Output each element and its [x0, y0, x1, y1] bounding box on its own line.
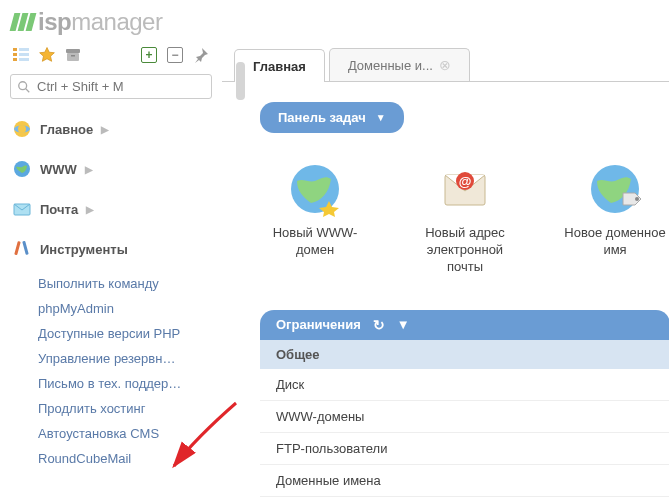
collapse-icon[interactable]: −	[166, 46, 184, 64]
svg-line-10	[26, 88, 30, 92]
tab-label: Доменные и...	[348, 58, 433, 73]
app-logo: ispmanager	[0, 0, 669, 42]
home-icon	[12, 119, 32, 139]
tiles-row: Новый WWW-домен @ Новый адрес электронно…	[260, 161, 669, 276]
svg-point-9	[19, 81, 27, 89]
chevron-down-icon: ▼	[376, 112, 386, 123]
tools-sublink-3[interactable]: Управление резервн…	[38, 346, 212, 371]
globe-tag-icon	[587, 161, 643, 217]
scrollbar-thumb[interactable]	[236, 62, 245, 100]
tile-new-domain-name[interactable]: Новое доменное имя	[560, 161, 669, 276]
limits-title: Ограничения	[276, 317, 361, 332]
tools-subnav: Выполнить командуphpMyAdminДоступные вер…	[10, 269, 212, 477]
svg-text:@: @	[459, 174, 472, 189]
tools-sublink-6[interactable]: Автоустановка CMS	[38, 421, 212, 446]
svg-rect-6	[66, 49, 80, 53]
sidebar-toolbar: + −	[10, 42, 212, 68]
archive-icon[interactable]	[64, 46, 82, 64]
nav-www[interactable]: WWW ▶	[10, 149, 212, 189]
svg-rect-7	[67, 53, 79, 61]
tile-label: Новый адрес электронной почты	[410, 225, 520, 276]
mail-icon	[12, 199, 32, 219]
svg-rect-3	[19, 53, 29, 56]
chevron-right-icon: ▶	[101, 124, 109, 135]
close-icon[interactable]: ⊗	[439, 57, 451, 73]
tile-label: Новый WWW-домен	[260, 225, 370, 259]
tile-label: Новое доменное имя	[560, 225, 669, 259]
mail-at-icon: @	[437, 161, 493, 217]
tools-sublink-0[interactable]: Выполнить команду	[38, 271, 212, 296]
pin-icon[interactable]	[192, 46, 210, 64]
limits-row[interactable]: FTP-пользователи	[260, 433, 669, 465]
task-panel-label: Панель задач	[278, 110, 366, 125]
search-input-wrapper[interactable]	[10, 74, 212, 99]
search-input[interactable]	[37, 79, 205, 94]
chevron-right-icon: ▶	[85, 164, 93, 175]
svg-rect-0	[13, 48, 17, 51]
tools-sublink-5[interactable]: Продлить хостинг	[38, 396, 212, 421]
tools-sublink-7[interactable]: RoundCubeMail	[38, 446, 212, 471]
tools-sublink-1[interactable]: phpMyAdmin	[38, 296, 212, 321]
tools-sublink-4[interactable]: Письмо в тех. поддер…	[38, 371, 212, 396]
nav-mail-label: Почта	[40, 202, 78, 217]
logo-text: ispmanager	[38, 8, 162, 36]
tabs-bar: ГлавнаяДоменные и...⊗	[222, 48, 669, 82]
svg-rect-4	[13, 58, 17, 61]
svg-rect-17	[22, 241, 29, 255]
tab-label: Главная	[253, 59, 306, 74]
chevron-down-icon: ▼	[397, 317, 410, 332]
limits-row[interactable]: WWW-домены	[260, 401, 669, 433]
refresh-icon[interactable]: ↻	[373, 317, 385, 333]
limits-subheader: Общее	[260, 340, 669, 369]
tab-1[interactable]: Доменные и...⊗	[329, 48, 470, 81]
globe-icon	[12, 159, 32, 179]
list-icon[interactable]	[12, 46, 30, 64]
svg-rect-8	[71, 55, 75, 57]
tools-sublink-2[interactable]: Доступные версии PHP	[38, 321, 212, 346]
task-panel-button[interactable]: Панель задач ▼	[260, 102, 404, 133]
tools-icon	[12, 239, 32, 259]
nav-main-label: Главное	[40, 122, 93, 137]
nav-www-label: WWW	[40, 162, 77, 177]
svg-rect-2	[13, 53, 17, 56]
nav-tools-label: Инструменты	[40, 242, 128, 257]
limits-rows: ДискWWW-доменыFTP-пользователиДоменные и…	[260, 369, 669, 497]
nav-mail[interactable]: Почта ▶	[10, 189, 212, 229]
svg-rect-5	[19, 58, 29, 61]
svg-rect-1	[19, 48, 29, 51]
svg-rect-16	[14, 241, 21, 255]
globe-star-icon	[287, 161, 343, 217]
search-icon	[17, 80, 31, 94]
tab-0[interactable]: Главная	[234, 49, 325, 82]
svg-point-13	[18, 125, 26, 133]
nav-tools[interactable]: Инструменты	[10, 229, 212, 269]
chevron-right-icon: ▶	[86, 204, 94, 215]
limits-header[interactable]: Ограничения ↻ ▼	[260, 310, 669, 340]
logo-mark-icon	[12, 13, 34, 31]
star-icon[interactable]	[38, 46, 56, 64]
tile-new-www-domain[interactable]: Новый WWW-домен	[260, 161, 370, 276]
svg-point-23	[635, 197, 639, 201]
limits-row[interactable]: Диск	[260, 369, 669, 401]
nav-main[interactable]: Главное ▶	[10, 109, 212, 149]
limits-row[interactable]: Доменные имена	[260, 465, 669, 497]
tile-new-email[interactable]: @ Новый адрес электронной почты	[410, 161, 520, 276]
expand-icon[interactable]: +	[140, 46, 158, 64]
